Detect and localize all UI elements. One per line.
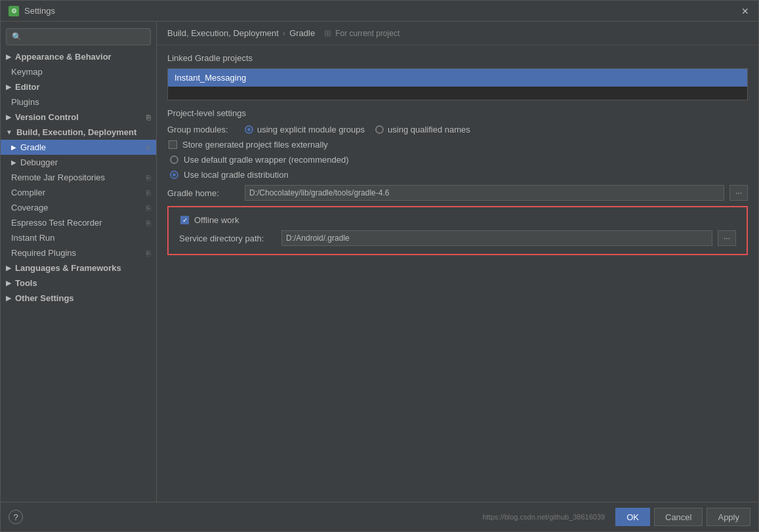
sidebar-item-compiler[interactable]: Compiler ⎘ bbox=[1, 185, 156, 200]
gradle-home-input[interactable] bbox=[245, 185, 724, 201]
footer-buttons: OK Cancel Apply bbox=[615, 508, 750, 526]
store-generated-checkbox[interactable] bbox=[169, 140, 177, 149]
radio-qualified[interactable]: using qualified names bbox=[375, 125, 470, 134]
radio-explicit-circle[interactable] bbox=[245, 125, 253, 134]
sidebar-item-label: Instant Run bbox=[11, 233, 55, 243]
sidebar-item-label: Keymap bbox=[11, 67, 43, 77]
radio-explicit[interactable]: using explicit module groups bbox=[245, 125, 365, 134]
offline-work-row: ✓ Offline work bbox=[179, 215, 736, 225]
sidebar-item-coverage[interactable]: Coverage ⎘ bbox=[1, 200, 156, 215]
store-generated-row: Store generated project files externally bbox=[167, 140, 748, 150]
content-area: 🔍 ▶ Appearance & Behavior Keymap ▶ Edito… bbox=[1, 22, 758, 502]
gradle-home-label: Gradle home: bbox=[167, 188, 239, 198]
sidebar-item-label: Gradle bbox=[20, 142, 46, 152]
sidebar-item-version-control[interactable]: ▶ Version Control ⎘ bbox=[1, 110, 156, 125]
use-local-gradle-radio[interactable] bbox=[170, 171, 178, 179]
sidebar-item-tools[interactable]: ▶ Tools bbox=[1, 276, 156, 291]
linked-projects-title: Linked Gradle projects bbox=[167, 53, 748, 63]
highlighted-section: ✓ Offline work Service directory path: ·… bbox=[167, 206, 748, 255]
sidebar-item-appearance[interactable]: ▶ Appearance & Behavior bbox=[1, 49, 156, 64]
footer-right: https://blog.csdn.net/github_38616039 OK… bbox=[483, 508, 750, 526]
breadcrumb-separator: › bbox=[283, 28, 285, 38]
service-directory-row: Service directory path: ··· bbox=[179, 230, 736, 246]
main-panel: Build, Execution, Deployment › Gradle ⊞ … bbox=[157, 22, 758, 502]
copy-icon: ⎘ bbox=[146, 113, 151, 121]
sidebar-item-gradle[interactable]: ▶ Gradle ⎘ bbox=[1, 140, 156, 155]
sidebar-item-label: Plugins bbox=[11, 97, 39, 107]
sidebar-item-other-settings[interactable]: ▶ Other Settings bbox=[1, 291, 156, 306]
use-default-wrapper-label: Use default gradle wrapper (recommended) bbox=[184, 155, 348, 165]
sidebar-item-label: Version Control bbox=[15, 112, 79, 122]
arrow-icon: ▶ bbox=[6, 295, 11, 302]
search-box[interactable]: 🔍 bbox=[6, 28, 151, 45]
ok-button[interactable]: OK bbox=[615, 508, 650, 526]
service-directory-browse-button[interactable]: ··· bbox=[718, 230, 736, 246]
breadcrumb-tag-icon: ⊞ bbox=[324, 28, 331, 38]
sidebar-item-label: Remote Jar Repositories bbox=[11, 173, 105, 182]
sidebar-item-label: Coverage bbox=[11, 203, 48, 213]
cancel-button[interactable]: Cancel bbox=[654, 508, 703, 526]
sidebar-item-label: Build, Execution, Deployment bbox=[16, 127, 136, 137]
footer-url: https://blog.csdn.net/github_38616039 bbox=[483, 513, 605, 521]
use-local-gradle-label: Use local gradle distribution bbox=[184, 170, 289, 180]
linked-projects-empty-space bbox=[168, 87, 747, 100]
search-input[interactable] bbox=[26, 32, 145, 41]
sidebar-item-label: Other Settings bbox=[15, 293, 74, 303]
use-default-wrapper-row: Use default gradle wrapper (recommended) bbox=[167, 155, 748, 165]
sidebar-item-keymap[interactable]: Keymap bbox=[1, 64, 156, 79]
app-icon: ⚙ bbox=[9, 6, 19, 16]
use-default-wrapper-radio[interactable] bbox=[170, 155, 178, 164]
arrow-icon: ▶ bbox=[6, 53, 11, 60]
arrow-icon: ▶ bbox=[11, 159, 16, 166]
title-bar-left: ⚙ Settings bbox=[9, 6, 55, 16]
radio-explicit-label: using explicit module groups bbox=[257, 125, 365, 134]
offline-work-checkbox[interactable]: ✓ bbox=[180, 216, 189, 224]
sidebar-item-label: Appearance & Behavior bbox=[15, 52, 112, 62]
arrow-icon: ▶ bbox=[6, 113, 11, 121]
service-directory-label: Service directory path: bbox=[179, 234, 276, 243]
copy-icon: ⎘ bbox=[146, 189, 151, 197]
use-local-gradle-row: Use local gradle distribution bbox=[167, 170, 748, 180]
breadcrumb-part-2: Gradle bbox=[289, 28, 315, 38]
footer: ? https://blog.csdn.net/github_38616039 … bbox=[1, 502, 758, 531]
sidebar-item-instant-run[interactable]: Instant Run bbox=[1, 230, 156, 245]
group-modules-label: Group modules: bbox=[167, 125, 239, 134]
help-button[interactable]: ? bbox=[9, 510, 23, 524]
radio-qualified-circle[interactable] bbox=[375, 125, 384, 134]
sidebar-item-label: Espresso Test Recorder bbox=[11, 218, 102, 228]
close-button[interactable]: ✕ bbox=[740, 6, 750, 16]
copy-icon: ⎘ bbox=[146, 174, 151, 182]
arrow-icon: ▼ bbox=[6, 129, 12, 136]
sidebar-item-espresso[interactable]: Espresso Test Recorder ⎘ bbox=[1, 215, 156, 230]
window-title: Settings bbox=[24, 6, 55, 16]
sidebar-item-remote-jar[interactable]: Remote Jar Repositories ⎘ bbox=[1, 170, 156, 185]
sidebar: 🔍 ▶ Appearance & Behavior Keymap ▶ Edito… bbox=[1, 22, 157, 502]
panel-content: Linked Gradle projects Instant_Messaging… bbox=[157, 45, 758, 502]
sidebar-item-label: Tools bbox=[15, 278, 37, 288]
linked-projects-box: Instant_Messaging bbox=[167, 68, 748, 100]
sidebar-item-plugins[interactable]: Plugins bbox=[1, 94, 156, 110]
breadcrumb-part-1: Build, Execution, Deployment bbox=[167, 28, 279, 38]
sidebar-item-label: Debugger bbox=[20, 157, 58, 167]
sidebar-item-label: Languages & Frameworks bbox=[15, 263, 121, 273]
linked-project-item[interactable]: Instant_Messaging bbox=[168, 69, 747, 87]
sidebar-item-debugger[interactable]: ▶ Debugger bbox=[1, 155, 156, 170]
sidebar-item-build[interactable]: ▼ Build, Execution, Deployment bbox=[1, 125, 156, 140]
title-bar: ⚙ Settings ✕ bbox=[1, 1, 758, 22]
arrow-icon: ▶ bbox=[6, 279, 11, 287]
arrow-icon: ▶ bbox=[6, 83, 11, 91]
sidebar-item-editor[interactable]: ▶ Editor bbox=[1, 79, 156, 94]
sidebar-item-label: Compiler bbox=[11, 188, 45, 197]
apply-button[interactable]: Apply bbox=[707, 508, 750, 526]
settings-window: ⚙ Settings ✕ 🔍 ▶ Appearance & Behavior K… bbox=[0, 0, 759, 532]
sidebar-item-required-plugins[interactable]: Required Plugins ⎘ bbox=[1, 245, 156, 260]
copy-icon: ⎘ bbox=[146, 204, 151, 212]
search-icon: 🔍 bbox=[12, 32, 22, 41]
footer-left: ? bbox=[9, 510, 23, 524]
gradle-home-browse-button[interactable]: ··· bbox=[729, 185, 748, 201]
arrow-icon: ▶ bbox=[11, 144, 16, 151]
sidebar-item-languages[interactable]: ▶ Languages & Frameworks bbox=[1, 260, 156, 276]
radio-qualified-label: using qualified names bbox=[388, 125, 470, 134]
copy-icon: ⎘ bbox=[146, 219, 151, 227]
service-directory-input[interactable] bbox=[281, 230, 712, 246]
